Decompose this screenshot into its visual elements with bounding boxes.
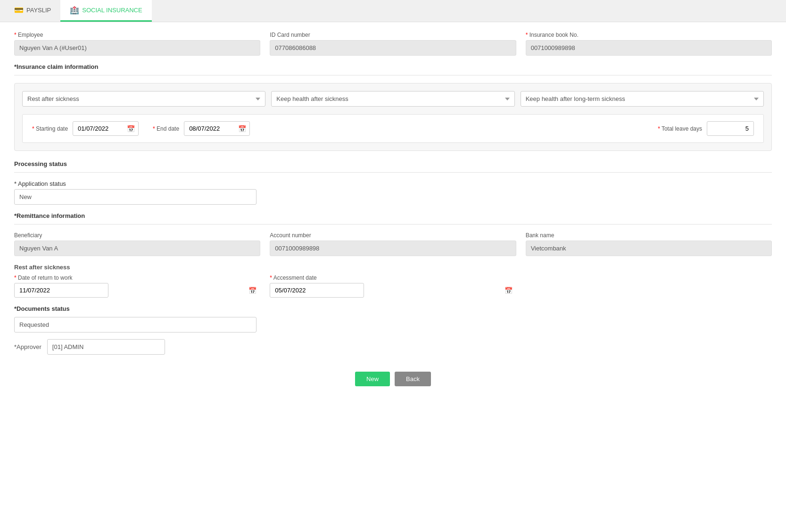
insurance-book-field-group: * Insurance book No.	[526, 32, 772, 56]
account-number-label: Account number	[270, 232, 516, 239]
insurance-book-label: * Insurance book No.	[526, 32, 772, 38]
return-date-input[interactable]	[14, 283, 108, 298]
documents-status-group: Requested	[14, 317, 256, 332]
app-status-label: * Application status	[14, 180, 66, 187]
app-status-select[interactable]: New	[14, 189, 256, 205]
claim-dropdown-1: Rest after sickness	[22, 91, 265, 107]
beneficiary-label: Beneficiary	[14, 232, 260, 239]
bank-name-label: Bank name	[526, 232, 772, 239]
claim-dates-row: * Starting date 📅 * End date 📅	[22, 114, 764, 143]
claim-type-2-select[interactable]: Keep health after sickness	[271, 91, 514, 107]
claim-type-1-select[interactable]: Rest after sickness	[22, 91, 265, 107]
remittance-title: *Remittance information	[14, 212, 772, 219]
footer-buttons: New Back	[14, 364, 772, 394]
employee-input[interactable]	[14, 40, 260, 56]
claim-dropdowns-row: Rest after sickness Keep health after si…	[22, 91, 764, 107]
remittance-row: Beneficiary Account number Bank name	[14, 232, 772, 256]
total-leave-label: * Total leave days	[658, 125, 702, 132]
tab-payslip[interactable]: 💳 PAYSLIP	[5, 0, 60, 22]
total-leave-input[interactable]	[707, 121, 754, 136]
back-button[interactable]: Back	[395, 372, 431, 386]
starting-date-group: * Starting date 📅	[32, 121, 139, 136]
insurance-claim-title: *Insurance claim information	[14, 63, 772, 70]
social-insurance-icon: 🏥	[70, 6, 79, 15]
account-number-input[interactable]	[270, 241, 516, 256]
insurance-claim-divider	[14, 75, 772, 75]
new-button[interactable]: New	[355, 372, 390, 386]
claim-dropdown-3: Keep health after long-term sickness	[521, 91, 764, 107]
processing-status-section: Processing status * Application status N…	[14, 160, 772, 205]
id-card-field-group: ID Card number	[270, 32, 516, 56]
approver-section: *Approver [01] ADMIN	[14, 339, 772, 355]
return-assessment-row: * Date of return to work 📅 * Accessment …	[14, 274, 772, 298]
employee-row: * Employee ID Card number * Insurance bo…	[14, 32, 772, 56]
insurance-book-input[interactable]	[526, 40, 772, 56]
assessment-date-input[interactable]	[270, 283, 364, 298]
bank-name-input[interactable]	[526, 241, 772, 256]
main-content: * Employee ID Card number * Insurance bo…	[0, 22, 786, 403]
processing-status-title: Processing status	[14, 160, 772, 167]
payslip-icon: 💳	[14, 6, 24, 15]
app-status-group: * Application status New	[14, 180, 256, 205]
assessment-date-calendar-icon: 📅	[505, 287, 513, 294]
end-date-wrapper: 📅	[184, 121, 250, 136]
approver-select[interactable]: [01] ADMIN	[47, 339, 165, 355]
return-date-wrapper: 📅	[14, 283, 260, 298]
return-date-group: * Date of return to work 📅	[14, 274, 260, 298]
remittance-divider	[14, 224, 772, 224]
documents-status-select[interactable]: Requested	[14, 317, 256, 332]
employee-label: * Employee	[14, 32, 260, 38]
bank-name-group: Bank name	[526, 232, 772, 256]
starting-date-wrapper: 📅	[73, 121, 139, 136]
approver-label: *Approver	[14, 343, 41, 350]
starting-date-label: * Starting date	[32, 125, 68, 132]
claim-type-3-select[interactable]: Keep health after long-term sickness	[521, 91, 764, 107]
starting-date-input[interactable]	[73, 121, 139, 136]
id-card-input[interactable]	[270, 40, 516, 56]
rest-after-sickness-section: Rest after sickness * Date of return to …	[14, 264, 772, 298]
return-date-calendar-icon: 📅	[248, 287, 256, 294]
rest-section-title: Rest after sickness	[14, 264, 772, 271]
assessment-date-label: * Accessment date	[270, 274, 516, 281]
assessment-date-wrapper: 📅	[270, 283, 516, 298]
account-number-group: Account number	[270, 232, 516, 256]
remittance-section: *Remittance information Beneficiary Acco…	[14, 212, 772, 256]
tab-social-insurance[interactable]: 🏥 SOCIAL INSURANCE	[60, 0, 151, 22]
insurance-claim-box: Rest after sickness Keep health after si…	[14, 83, 772, 151]
employee-field-group: * Employee	[14, 32, 260, 56]
end-date-input[interactable]	[184, 121, 250, 136]
tab-bar: 💳 PAYSLIP 🏥 SOCIAL INSURANCE	[0, 0, 786, 22]
claim-dropdown-2: Keep health after sickness	[271, 91, 514, 107]
id-card-label: ID Card number	[270, 32, 516, 38]
documents-status-title: *Documents status	[14, 305, 772, 312]
beneficiary-group: Beneficiary	[14, 232, 260, 256]
assessment-date-group: * Accessment date 📅	[270, 274, 516, 298]
beneficiary-input[interactable]	[14, 241, 260, 256]
processing-status-divider	[14, 172, 772, 173]
end-date-label: * End date	[153, 125, 179, 132]
documents-status-section: *Documents status Requested	[14, 305, 772, 332]
empty-col	[526, 274, 772, 298]
total-leave-group: * Total leave days	[658, 121, 754, 136]
return-date-label: * Date of return to work	[14, 274, 260, 281]
end-date-group: * End date 📅	[153, 121, 250, 136]
app-status-row: * Application status New	[14, 180, 772, 205]
